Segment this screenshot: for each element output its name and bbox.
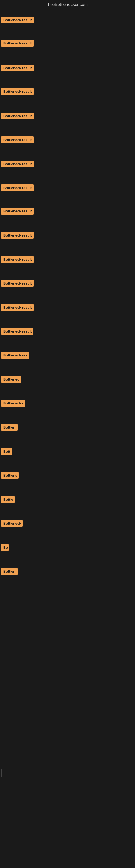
bottleneck-item[interactable]: Bottleneck result (1, 304, 34, 311)
bottleneck-item[interactable]: Bottlen (1, 424, 17, 431)
bottleneck-item[interactable]: Bottleneck r (1, 400, 26, 407)
bottleneck-item[interactable]: Bottleneck result (1, 161, 34, 167)
bottleneck-item[interactable]: Bo (1, 544, 9, 551)
bottleneck-item[interactable]: Bottlenec (1, 376, 21, 383)
bottleneck-item[interactable]: Bottleneck result (1, 88, 34, 95)
cursor-indicator (1, 769, 2, 777)
bottleneck-item[interactable]: Bottleneck result (1, 256, 34, 263)
bottleneck-item[interactable]: Bottleneck result (1, 65, 34, 71)
bottleneck-item[interactable]: Bott (1, 448, 12, 455)
bottleneck-item[interactable]: Bottleneck result (1, 328, 34, 335)
bottleneck-item[interactable]: Bottleneck res (1, 352, 30, 359)
bottleneck-item[interactable]: Bottleneck result (1, 40, 34, 46)
bottleneck-item[interactable]: Bottleneck (1, 520, 23, 527)
bottleneck-item[interactable]: Bottleneck result (1, 232, 34, 239)
site-title: TheBottlenecker.com (0, 0, 135, 9)
bottleneck-item[interactable]: Bottleneck result (1, 136, 34, 143)
bottleneck-item[interactable]: Bottlens (1, 472, 18, 479)
bottleneck-item[interactable]: Bottleneck result (1, 17, 34, 23)
bottleneck-item[interactable]: Bottle (1, 496, 14, 503)
bottleneck-item[interactable]: Bottleneck result (1, 280, 34, 287)
bottleneck-item[interactable]: Bottleneck result (1, 184, 34, 191)
bottleneck-item[interactable]: Bottlen (1, 568, 17, 575)
bottleneck-item[interactable]: Bottleneck result (1, 113, 34, 119)
bottleneck-item[interactable]: Bottleneck result (1, 208, 34, 215)
